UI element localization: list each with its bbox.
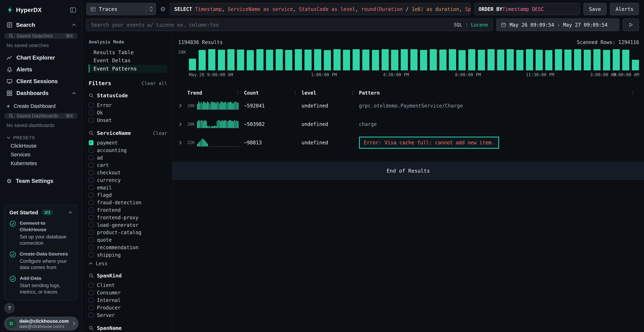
run-query-button[interactable] (623, 18, 639, 31)
checkbox[interactable] (89, 170, 94, 175)
histogram-bar[interactable] (343, 50, 350, 70)
checkbox[interactable] (89, 103, 94, 108)
source-select[interactable]: Traces (86, 3, 156, 15)
sidebar-item-client-sessions[interactable]: Client Sessions (0, 76, 82, 87)
pattern-row[interactable]: 22K~98813undefinedError: Visa cache full… (178, 134, 639, 152)
histogram-bar[interactable] (237, 50, 244, 70)
histogram-bar[interactable] (555, 49, 562, 70)
column-header-trend[interactable]: Trend⋮ (187, 90, 244, 96)
histogram-bar[interactable] (382, 49, 389, 70)
analysis-mode-event-deltas[interactable]: Event Deltas (89, 56, 167, 64)
checkbox[interactable] (89, 215, 94, 220)
column-header-level[interactable]: level⋮ (302, 90, 359, 96)
histogram-bar[interactable] (526, 49, 533, 70)
presets-toggle[interactable]: PRESETS (0, 132, 82, 141)
alerts-button[interactable]: Alerts (610, 3, 639, 15)
histogram-bar[interactable] (266, 50, 273, 70)
filter-option-internal[interactable]: Internal (89, 296, 167, 304)
sidebar-item-dashboards[interactable]: Dashboards (0, 87, 82, 99)
expand-row-icon[interactable] (178, 122, 187, 126)
histogram-bar[interactable] (603, 50, 610, 70)
user-menu[interactable]: D dale@clickhouse.com dale@clickhouse.co… (4, 316, 78, 330)
filter-option-error[interactable]: Error (89, 102, 167, 109)
checkbox[interactable] (89, 140, 94, 145)
get-started-step[interactable]: Add DataStart sending logs, metrics, or … (10, 275, 72, 295)
checkbox[interactable] (89, 148, 94, 153)
clear-filter-button[interactable]: Clear (153, 130, 167, 136)
sidebar-item-search[interactable]: Search (0, 18, 82, 32)
expand-row-icon[interactable] (178, 104, 187, 108)
histogram-bar[interactable] (276, 49, 283, 70)
histogram-bar[interactable] (314, 49, 321, 70)
column-header-count[interactable]: Count⋮ (244, 90, 302, 96)
histogram-bar[interactable] (391, 50, 398, 70)
checkbox[interactable] (89, 237, 94, 242)
date-range-picker[interactable]: May 26 09:09:54 - May 27 09:09:54 (496, 18, 620, 31)
histogram-bar[interactable] (334, 49, 340, 70)
get-started-step[interactable]: Connect to ClickHouseSet up your databas… (10, 220, 72, 246)
filter-option-currency[interactable]: currency (89, 176, 167, 184)
histogram-bar[interactable] (458, 50, 466, 70)
checkbox[interactable] (89, 222, 94, 228)
search-icon[interactable] (89, 273, 94, 278)
filter-option-product-catalog[interactable]: product-catalog (89, 228, 167, 236)
filter-option-ad[interactable]: ad (89, 154, 167, 162)
analysis-mode-results-table[interactable]: Results Table (89, 48, 167, 56)
pattern-row[interactable]: 28K~592041undefinedgrpc.oteldemo.Payment… (178, 96, 639, 115)
saved-dashboards-input[interactable]: Saved Dashboards ⌘K (4, 113, 78, 119)
checkbox[interactable] (89, 155, 94, 160)
filter-option-cart[interactable]: cart (89, 161, 167, 169)
saved-searches-input[interactable]: Saved Searches ⌘K (4, 33, 78, 39)
filter-option-consumer[interactable]: Consumer (89, 289, 167, 296)
histogram-bar[interactable] (256, 49, 264, 70)
search-icon[interactable] (89, 130, 94, 136)
histogram-bar[interactable] (304, 50, 312, 70)
checkbox[interactable] (89, 290, 94, 295)
filter-option-server[interactable]: Server (89, 312, 167, 319)
collapse-sidebar-icon[interactable] (70, 7, 76, 13)
help-button[interactable]: ? (4, 303, 15, 314)
histogram-bar[interactable] (439, 50, 446, 70)
histogram-bar[interactable] (352, 49, 360, 70)
lucene-mode-toggle[interactable]: Lucene (471, 22, 488, 28)
histogram-bar[interactable] (488, 49, 495, 70)
histogram-bar[interactable] (324, 50, 331, 70)
get-started-step[interactable]: Create Data SourcesConfigure where your … (10, 251, 72, 271)
histogram-bar[interactable] (574, 49, 581, 70)
checkbox[interactable] (89, 230, 94, 235)
column-header-pattern[interactable]: Pattern⋮ (359, 90, 639, 96)
show-less-button[interactable]: Less (89, 261, 167, 266)
histogram-bar[interactable] (468, 49, 475, 70)
histogram-bar[interactable] (401, 49, 408, 70)
checkbox[interactable] (89, 200, 94, 205)
filter-option-shipping[interactable]: shipping (89, 251, 167, 259)
histogram-bars[interactable] (189, 49, 639, 70)
histogram-bar[interactable] (506, 49, 514, 70)
checkbox[interactable] (89, 185, 94, 190)
histogram-bar[interactable] (449, 49, 456, 70)
get-started-header[interactable]: Get Started 3/3 (10, 210, 72, 216)
save-button[interactable]: Save (583, 3, 606, 15)
checkbox[interactable] (89, 252, 94, 258)
checkbox[interactable] (89, 298, 94, 303)
column-menu-icon[interactable]: ⋮ (350, 90, 355, 95)
filter-option-unset[interactable]: Unset (89, 116, 167, 124)
histogram-bar[interactable] (536, 50, 543, 70)
histogram-bar[interactable] (198, 50, 206, 70)
histogram-bar[interactable] (208, 49, 216, 70)
checkbox[interactable] (89, 163, 94, 168)
filter-option-checkout[interactable]: checkout (89, 169, 167, 176)
checkbox[interactable] (89, 178, 94, 183)
histogram-bar[interactable] (372, 50, 379, 70)
analysis-mode-event-patterns[interactable]: Event Patterns (89, 64, 167, 72)
search-icon[interactable] (89, 326, 94, 330)
histogram-bar[interactable] (613, 49, 620, 70)
histogram-bar[interactable] (564, 50, 572, 70)
filter-option-flagd[interactable]: flagd (89, 192, 167, 199)
filter-option-fraud-detection[interactable]: fraud-detection (89, 199, 167, 206)
error-pattern-chip[interactable]: Error: Visa cache full: cannot add new i… (359, 137, 499, 149)
histogram-bar[interactable] (632, 60, 639, 70)
checkbox[interactable] (89, 305, 94, 310)
column-menu-icon[interactable]: ⋮ (293, 90, 297, 95)
sidebar-item-chart-explorer[interactable]: Chart Explorer (0, 52, 82, 64)
